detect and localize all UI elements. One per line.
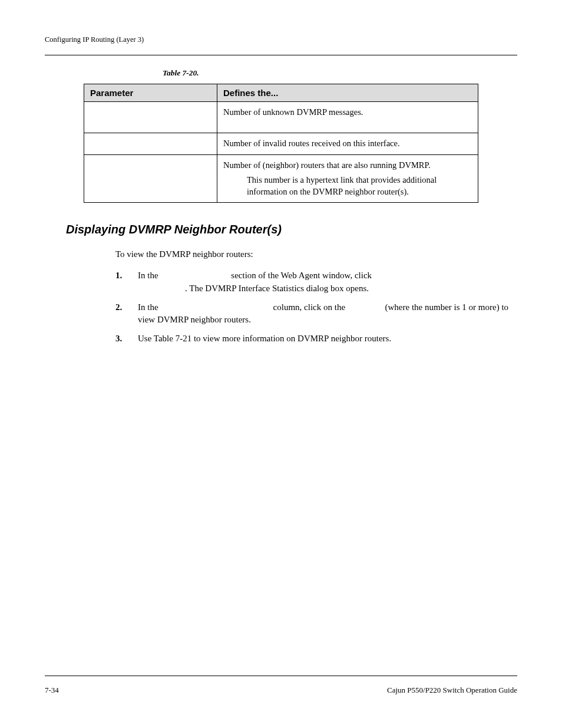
- footer-page-number: 7-34: [45, 686, 59, 695]
- step-2-part-b: column, click on the: [273, 302, 345, 312]
- section-body: To view the DVMRP neighbor routers: In t…: [115, 248, 511, 345]
- running-header-text: Configuring IP Routing (Layer 3): [45, 35, 144, 44]
- cell-def-main: Number of (neighbor) routers that are al…: [223, 160, 472, 172]
- table-header-row: Parameter Defines the...: [84, 84, 478, 102]
- section-heading: Displaying DVMRP Neighbor Router(s): [66, 223, 517, 236]
- step-2: In the column, click on the (where the n…: [115, 301, 511, 327]
- procedure-list: In the section of the Web Agent window, …: [115, 269, 511, 345]
- table-caption: Table 7-20.: [163, 68, 517, 78]
- cell-def-note: This number is a hypertext link that pro…: [223, 174, 472, 197]
- section-lead: To view the DVMRP neighbor routers:: [115, 248, 511, 261]
- cell-def: Number of invalid routes received on thi…: [217, 133, 478, 155]
- running-header: Configuring IP Routing (Layer 3): [45, 35, 517, 55]
- cell-param: [84, 133, 217, 155]
- step-1: In the section of the Web Agent window, …: [115, 269, 511, 295]
- table-row: Number of unknown DVMRP messages.: [84, 102, 478, 133]
- step-1-part-a: In the: [138, 271, 158, 280]
- step-2-part-a: In the: [138, 302, 158, 312]
- col-header-parameter: Parameter: [84, 84, 217, 102]
- cell-param: [84, 154, 217, 203]
- cell-param: [84, 102, 217, 133]
- cell-def: Number of (neighbor) routers that are al…: [217, 154, 478, 203]
- col-header-defines: Defines the...: [217, 84, 478, 102]
- page-footer: 7-34 Cajun P550/P220 Switch Operation Gu…: [45, 676, 517, 695]
- table-row: Number of (neighbor) routers that are al…: [84, 154, 478, 203]
- parameter-table: Parameter Defines the... Number of unkno…: [84, 84, 478, 203]
- step-1-part-c: . The DVMRP Interface Statistics dialog …: [138, 282, 511, 295]
- step-3: Use Table 7-21 to view more information …: [115, 332, 511, 345]
- table-row: Number of invalid routes received on thi…: [84, 133, 478, 155]
- step-1-part-b: section of the Web Agent window, click: [231, 271, 372, 280]
- step-3-text: Use Table 7-21 to view more information …: [138, 334, 391, 343]
- footer-guide-title: Cajun P550/P220 Switch Operation Guide: [387, 686, 517, 695]
- page: Configuring IP Routing (Layer 3) Table 7…: [0, 0, 562, 728]
- cell-def: Number of unknown DVMRP messages.: [217, 102, 478, 133]
